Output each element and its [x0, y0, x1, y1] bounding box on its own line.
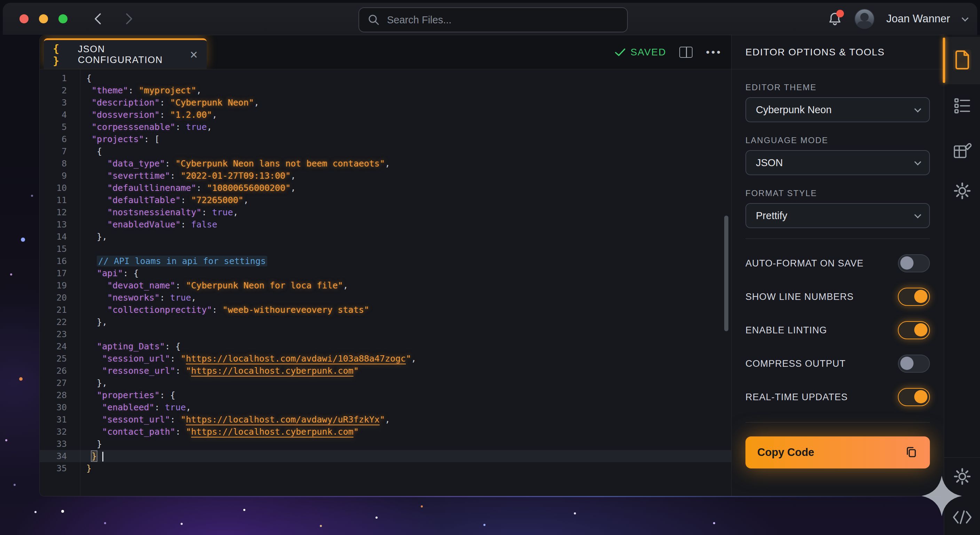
text-cursor	[102, 452, 103, 462]
code-line[interactable]: 22 },	[40, 316, 731, 328]
line-number: 20	[40, 292, 76, 304]
code-line[interactable]: 31 "sessont_url": "https://localhost.com…	[40, 414, 731, 426]
line-number: 28	[40, 389, 76, 401]
line-number: 27	[40, 377, 76, 389]
editor-theme-select[interactable]: Cyberpunk Neon	[745, 97, 930, 122]
search-bar[interactable]	[358, 7, 628, 32]
code-line[interactable]: 12 "nostsnessienalty": true,	[40, 206, 731, 219]
user-menu-chevron-down-icon[interactable]	[962, 14, 969, 22]
code-text: "theme": "myproject",	[76, 84, 202, 96]
language-mode-value: JSON	[756, 157, 783, 169]
code-line[interactable]: 33 }	[40, 438, 731, 450]
code-line[interactable]: 20 "nesworks": true,	[40, 292, 731, 304]
copy-code-button[interactable]: Copy Code	[745, 436, 930, 468]
enable-linting-toggle[interactable]	[898, 321, 930, 339]
code-text: "api": {	[76, 267, 139, 279]
code-line[interactable]: 23	[40, 328, 731, 340]
close-window-button[interactable]	[19, 14, 29, 23]
code-editor[interactable]: 1{2 "theme": "myproject",3 "description"…	[40, 69, 731, 496]
code-line[interactable]: 15	[40, 243, 731, 255]
code-text: "defaultTable": "72265000",	[76, 194, 249, 206]
code-line[interactable]: 19 "devaot_name": "Cyberpunk Neon for lo…	[40, 279, 731, 292]
code-line[interactable]: 24 "apting_Dats": {	[40, 340, 731, 353]
traffic-lights	[19, 14, 67, 23]
user-avatar[interactable]	[854, 9, 875, 29]
sparkle-cursor-icon	[921, 476, 962, 516]
code-line[interactable]: 21 "collectionprectity": "weeb-withourev…	[40, 304, 731, 316]
code-line[interactable]: 17 "api": {	[40, 267, 731, 279]
code-line[interactable]: 25 "session_url": "https://localhost.com…	[40, 353, 731, 365]
notifications-button[interactable]	[827, 11, 843, 27]
code-line[interactable]: 35}	[40, 462, 731, 474]
code-line[interactable]: 4 "dossversion": "1.2.00",	[40, 109, 731, 121]
code-line[interactable]: 16 // API loams in api for settings	[40, 255, 731, 267]
line-number: 23	[40, 328, 76, 340]
code-line[interactable]: 2 "theme": "myproject",	[40, 84, 731, 96]
minimize-window-button[interactable]	[39, 14, 48, 23]
code-text: "dossversion": "1.2.00",	[76, 109, 217, 121]
chevron-down-icon	[914, 158, 921, 165]
format-style-select[interactable]: Prettify	[745, 203, 930, 228]
language-mode-select[interactable]: JSON	[745, 150, 930, 175]
auto-format-toggle[interactable]	[898, 254, 930, 272]
code-line[interactable]: 10 "defaultlinename": "10800656000200",	[40, 182, 731, 194]
chevron-down-icon	[914, 211, 921, 219]
real-time-updates-toggle[interactable]	[898, 388, 930, 406]
code-text: "projects": [	[76, 133, 160, 145]
split-view-icon[interactable]	[679, 47, 692, 58]
code-line[interactable]: 27 },	[40, 377, 731, 389]
user-name[interactable]: Joan Wanner	[886, 13, 950, 25]
compress-output-toggle[interactable]	[898, 355, 930, 373]
active-sidebar-indicator	[943, 38, 945, 83]
line-number: 17	[40, 267, 76, 279]
line-number: 30	[40, 401, 76, 414]
task-list-icon[interactable]	[953, 96, 971, 115]
code-text: "collectionprectity": "weeb-withoureveov…	[76, 304, 369, 316]
more-options-icon[interactable]: •••	[706, 46, 722, 58]
zoom-window-button[interactable]	[59, 14, 67, 23]
code-line[interactable]: 8 "data_type": "Cyberpunk Neon lans not …	[40, 157, 731, 169]
code-line[interactable]: 5 "corpesssenable": true,	[40, 121, 731, 133]
code-text: "enableed": true,	[76, 401, 191, 414]
code-line[interactable]: 14 },	[40, 231, 731, 243]
language-mode-label: LANGUAGE MODE	[745, 136, 930, 145]
notification-badge	[836, 10, 844, 18]
tab-close-icon[interactable]: ×	[190, 48, 198, 61]
tab-json-configuration[interactable]: { } JSON CONFIGURATION ×	[44, 38, 207, 69]
code-line[interactable]: 26 "ressonse_url": "https://localhost.cy…	[40, 365, 731, 377]
window-titlebar: Joan Wanner	[3, 3, 977, 35]
code-line[interactable]: 11 "defaultTable": "72265000",	[40, 194, 731, 206]
file-document-icon[interactable]	[953, 50, 971, 70]
real-time-updates-label: REAL-TIME UPDATES	[745, 392, 848, 402]
code-line[interactable]: 6 "projects": [	[40, 133, 731, 145]
line-number: 19	[40, 279, 76, 292]
code-line[interactable]: 13 "enabledValue": false	[40, 219, 731, 231]
background-stars	[0, 0, 2, 2]
show-line-numbers-toggle[interactable]	[898, 288, 930, 306]
table-edit-icon[interactable]	[953, 142, 972, 160]
code-line[interactable]: 7 {	[40, 145, 731, 157]
search-input[interactable]	[387, 14, 619, 26]
code-text: "contact_path": "https://localhost.cyber…	[76, 426, 359, 438]
settings-gear-icon[interactable]	[953, 182, 972, 200]
code-line[interactable]: 32 "contact_path": "https://localhost.cy…	[40, 426, 731, 438]
code-line[interactable]: 3 "description": "Cyberpunk Neon",	[40, 96, 731, 109]
format-style-label: FORMAT STYLE	[745, 188, 930, 198]
code-line[interactable]: 34 }	[40, 450, 731, 462]
editor-theme-value: Cyberpunk Neon	[756, 104, 832, 116]
back-arrow-icon[interactable]	[92, 11, 104, 27]
code-line[interactable]: 9 "severttime": "2022-01-27T09:13:00",	[40, 169, 731, 182]
line-number: 4	[40, 109, 76, 121]
code-text: "defaultlinename": "10800656000200",	[76, 182, 296, 194]
line-number: 14	[40, 231, 76, 243]
editor-window: { } JSON CONFIGURATION × SAVED ••• 1{2 "…	[39, 35, 944, 496]
editor-scrollbar[interactable]	[724, 216, 729, 331]
auto-format-label: AUTO-FORMAT ON SAVE	[745, 258, 864, 269]
search-icon	[368, 14, 380, 26]
code-line[interactable]: 1{	[40, 72, 731, 84]
forward-arrow-icon[interactable]	[123, 11, 135, 27]
code-line[interactable]: 30 "enableed": true,	[40, 401, 731, 414]
code-line[interactable]: 28 "properties": {	[40, 389, 731, 401]
line-number: 9	[40, 169, 76, 182]
code-text: "corpesssenable": true,	[76, 121, 212, 133]
